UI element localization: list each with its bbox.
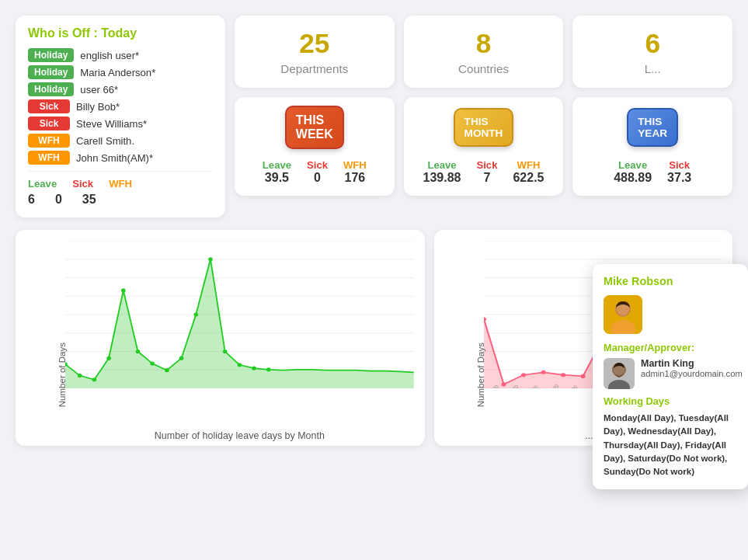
this-week-wfh-label: WFH [343, 159, 367, 171]
off-name: english user* [80, 50, 139, 61]
svg-point-21 [106, 357, 111, 360]
popup-person-name: Mike Robson [604, 275, 737, 287]
this-month-sick: Sick 7 [476, 159, 497, 185]
green-chart-area [65, 259, 414, 388]
today-leave-label: Leave [28, 178, 57, 190]
this-month-card: THISMONTH Leave 139.88 Sick 7 WFH [404, 97, 564, 196]
employee-popup: Mike Robson Manager/Approver: [593, 264, 748, 489]
off-item: WFH John Smith(AM)* [28, 151, 213, 165]
locations-card: 6 L... [572, 16, 732, 88]
this-week-leave-value: 39.5 [265, 171, 289, 185]
off-name: Steve Williams* [76, 118, 147, 130]
this-month-leave: Leave 139.88 [423, 159, 461, 185]
popup-working-days-label: Working Days [604, 395, 737, 407]
svg-point-24 [150, 361, 155, 365]
this-week-stats: Leave 39.5 Sick 0 WFH 176 [263, 159, 367, 185]
badge-sick: Sick [28, 117, 70, 130]
popup-manager-info: Martin King admin1@yourdomain.com [641, 358, 743, 378]
countries-card: 8 Countries [404, 16, 564, 88]
manager-avatar-svg [604, 358, 635, 389]
svg-point-27 [193, 312, 198, 316]
today-sick-label: Sick [72, 178, 93, 190]
off-list: Holiday english user* Holiday Maria Ande… [28, 48, 213, 165]
badge-wfh: WFH [28, 134, 70, 148]
countries-label: Countries [458, 62, 509, 75]
stats-top-row: 25 Departments 8 Countries 6 L... [235, 16, 732, 88]
badge-sick: Sick [28, 99, 70, 113]
departments-label: Departments [280, 62, 348, 75]
popup-manager-avatar [604, 358, 635, 389]
svg-point-23 [136, 350, 141, 353]
this-year-sick-label: Sick [669, 159, 690, 171]
this-month-wfh-value: 622.5 [513, 171, 544, 185]
pink-chart-y-label: Number of Days [475, 343, 485, 407]
this-week-sick-label: Sick [307, 159, 328, 171]
off-name: John Smith(AM)* [76, 152, 153, 164]
svg-point-29 [223, 350, 228, 353]
off-name: Billy Bob* [76, 101, 120, 113]
this-month-badge: THISMONTH [454, 108, 514, 147]
badge-wfh: WFH [28, 151, 70, 165]
svg-point-19 [78, 374, 82, 377]
this-week-sick: Sick 0 [307, 159, 328, 185]
off-item: Holiday english user* [28, 48, 213, 62]
person-avatar-svg [604, 295, 642, 334]
this-year-leave-label: Leave [618, 159, 647, 171]
this-week-badge-image: THISWEEK [284, 108, 346, 147]
svg-point-79 [580, 374, 585, 378]
this-month-wfh-label: WFH [517, 159, 541, 171]
popup-working-days: Monday(All Day), Tuesday(All Day), Wedne… [604, 412, 737, 478]
this-week-card: THISWEEK Leave 39.5 Sick 0 WFH [235, 97, 395, 196]
svg-point-22 [121, 288, 126, 292]
off-item: WFH Carell Smith. [28, 134, 213, 148]
today-wfh-label: WFH [109, 178, 132, 190]
this-year-badge-image: THISYEAR [621, 108, 684, 147]
off-item: Sick Billy Bob* [28, 99, 213, 113]
countries-number: 8 [476, 28, 492, 59]
svg-point-32 [266, 367, 271, 371]
badge-holiday: Holiday [28, 65, 74, 79]
this-month-stats: Leave 139.88 Sick 7 WFH 622.5 [423, 159, 544, 185]
today-sick-value: 0 [55, 193, 62, 207]
badge-holiday: Holiday [28, 48, 74, 62]
this-week-badge: THISWEEK [285, 106, 344, 149]
popup-manager-name: Martin King [641, 358, 743, 369]
popup-person-avatar [604, 295, 642, 334]
this-month-leave-value: 139.88 [423, 171, 461, 185]
svg-point-75 [501, 382, 506, 386]
today-leave-value: 6 [28, 193, 35, 207]
green-chart-y-label: Number of Days [57, 343, 67, 407]
this-month-sick-value: 7 [484, 171, 491, 185]
this-week-wfh-value: 176 [345, 171, 366, 185]
who-is-off-card: Who is Off : Today Holiday english user*… [16, 16, 225, 217]
svg-point-28 [208, 257, 213, 261]
departments-number: 25 [299, 28, 329, 59]
this-year-badge: THISYEAR [627, 108, 678, 147]
this-week-wfh: WFH 176 [343, 159, 367, 185]
svg-point-20 [92, 377, 97, 381]
popup-manager-email: admin1@yourdomain.com [641, 369, 743, 378]
today-wfh-value: 35 [82, 193, 96, 207]
departments-card: 25 Departments [235, 16, 395, 88]
green-chart-card: Number of Days 800 700 600 500 [16, 230, 425, 446]
this-week-sick-value: 0 [314, 171, 321, 185]
svg-point-25 [165, 368, 169, 372]
popup-manager-label: Manager/Approver: [604, 342, 737, 353]
monday-label: Monday(All Day), Tuesday(All Day), Wedne… [604, 413, 729, 476]
svg-point-26 [179, 357, 184, 360]
svg-point-31 [252, 367, 256, 370]
this-year-sick-value: 37.3 [667, 171, 691, 185]
right-stats: 25 Departments 8 Countries 6 L... [235, 16, 732, 217]
this-month-sick-label: Sick [476, 159, 497, 171]
svg-point-77 [541, 370, 545, 374]
off-name: Maria Anderson* [80, 67, 155, 78]
this-week-leave-label: Leave [263, 159, 291, 171]
popup-manager-row: Martin King admin1@yourdomain.com [604, 358, 737, 389]
off-item: Sick Steve Williams* [28, 117, 213, 130]
svg-point-76 [521, 373, 526, 377]
locations-label: L... [645, 62, 661, 75]
off-name: user 66* [80, 84, 118, 96]
off-name: Carell Smith. [76, 135, 134, 147]
this-year-card: THISYEAR Leave 488.89 Sick 37.3 [572, 97, 732, 196]
svg-point-30 [238, 363, 242, 367]
